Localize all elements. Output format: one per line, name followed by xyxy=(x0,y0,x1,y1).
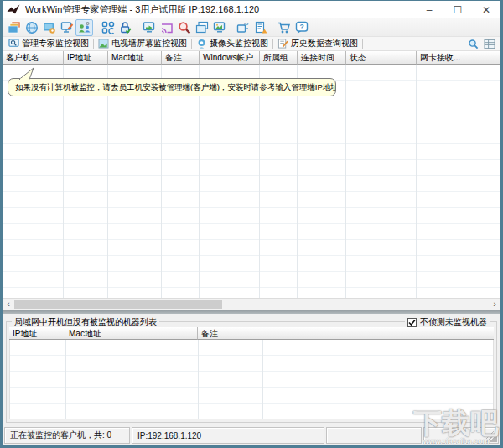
status-panel-empty xyxy=(326,427,422,444)
svg-text:?: ? xyxy=(299,22,303,30)
column-header-mac[interactable]: Mac地址 xyxy=(108,51,162,65)
cascade-windows-icon[interactable] xyxy=(5,19,23,36)
view-tab-bar: 管理专家监控视图 电视墙屏幕监控视图 摄像头监控视图 xyxy=(3,37,500,51)
unmonitored-machines-panel: 局域网中开机但没有被监视的机器列表 不侦测未监视机器 IP地址 Mac地址 备注 xyxy=(3,314,500,425)
toolbar-separator xyxy=(272,21,272,34)
groupbox-label: 局域网中开机但没有被监视的机器列表 xyxy=(12,316,159,328)
monitor-image-icon[interactable] xyxy=(210,19,228,36)
unmonitored-table-header: IP地址 Mac地址 备注 xyxy=(9,327,494,340)
checkbox-checked-icon[interactable] xyxy=(407,318,417,327)
tab-history-query-view[interactable]: 历史数据查询视图 xyxy=(273,37,362,50)
status-panel-grip xyxy=(423,427,499,444)
client-table-header: 客户机名 IP地址 Mac地址 备注 Windows帐户 所属组 连接时间 状态… xyxy=(3,51,500,65)
column-header-note[interactable]: 备注 xyxy=(162,51,200,65)
app-window: WorkWin管理专家管理端 - 3用户试用版 IP:192.168.1.120… xyxy=(0,0,503,448)
column-header-connect-time[interactable]: 连接时间 xyxy=(298,51,346,65)
column-header-group[interactable]: 所属组 xyxy=(260,51,298,65)
grid-view-icon[interactable] xyxy=(483,38,496,49)
tab-bar-actions xyxy=(466,38,496,49)
report-warning-icon[interactable] xyxy=(252,19,269,36)
toolbar-separator xyxy=(231,21,231,34)
windows-stack-icon[interactable] xyxy=(193,19,210,36)
tab-separator xyxy=(362,39,363,49)
close-button[interactable]: ✕ xyxy=(472,1,500,18)
help-icon[interactable]: ? xyxy=(293,19,310,36)
globe-icon[interactable] xyxy=(23,19,40,36)
tv-wall-icon xyxy=(98,39,109,49)
install-hint-tooltip: 如果没有计算机被监控，请去员工机安装被管理端(客户端)，安装时请参考输入管理端I… xyxy=(8,78,336,96)
monitor-share-icon[interactable] xyxy=(140,19,158,36)
shopping-cart-icon[interactable] xyxy=(275,19,293,36)
horizontal-scrollbar: ‹ › xyxy=(3,298,500,310)
maximize-button[interactable]: ☐ xyxy=(443,1,472,18)
resize-grip-icon[interactable] xyxy=(486,431,497,442)
client-table-body[interactable]: 如果没有计算机被监控，请去员工机安装被管理端(客户端)，安装时请参考输入管理端I… xyxy=(3,65,500,298)
toolbar-separator xyxy=(96,21,96,34)
scroll-left-arrow-icon[interactable]: ‹ xyxy=(3,299,14,310)
column-header-empty[interactable] xyxy=(262,327,494,340)
camera-icon xyxy=(196,39,207,49)
search-red-icon[interactable] xyxy=(175,19,193,36)
column-header-note[interactable]: 备注 xyxy=(198,327,262,340)
tab-camera-view[interactable]: 摄像头监控视图 xyxy=(192,37,272,50)
settings-card-icon[interactable] xyxy=(40,19,58,36)
ip-address-icon[interactable]: IP xyxy=(234,19,252,36)
tooltip-tail xyxy=(16,67,38,80)
column-grid-lines xyxy=(3,65,500,298)
tab-tv-wall-view[interactable]: 电视墙屏幕监控视图 xyxy=(94,37,191,50)
status-server-ip: IP:192.168.1.120 xyxy=(132,427,324,444)
lock-check-icon[interactable] xyxy=(117,19,134,36)
minimize-button[interactable]: – xyxy=(415,1,443,18)
app-logo-icon xyxy=(7,4,20,16)
main-toolbar: IP ? xyxy=(3,18,500,37)
status-monitored-clients: 正在被监控的客户机，共: 0 xyxy=(4,427,130,444)
users-settings-icon[interactable] xyxy=(75,19,93,36)
column-header-client-name[interactable]: 客户机名 xyxy=(3,51,64,65)
monitor-edit-icon[interactable] xyxy=(58,19,75,36)
column-header-status[interactable]: 状态 xyxy=(346,51,417,65)
cast-screen-icon[interactable] xyxy=(158,19,175,36)
scrollbar-track[interactable] xyxy=(14,299,489,310)
no-detect-checkbox-row[interactable]: 不侦测未监视机器 xyxy=(405,316,490,328)
tab-expert-monitor-view[interactable]: 管理专家监控视图 xyxy=(4,37,93,50)
column-header-ip[interactable]: IP地址 xyxy=(9,327,65,340)
column-header-windows-account[interactable]: Windows帐户 xyxy=(200,51,260,65)
status-bar: 正在被监控的客户机，共: 0 IP:192.168.1.120 xyxy=(3,425,500,445)
unmonitored-table: IP地址 Mac地址 备注 xyxy=(9,327,494,419)
column-header-ip[interactable]: IP地址 xyxy=(64,51,108,65)
title-bar: WorkWin管理专家管理端 - 3用户试用版 IP:192.168.1.120… xyxy=(3,1,500,18)
blocks-icon[interactable] xyxy=(99,19,117,36)
search-icon[interactable] xyxy=(466,38,480,49)
column-grid-lines xyxy=(10,340,493,419)
checkbox-label: 不侦测未监视机器 xyxy=(420,316,487,328)
scrollbar-thumb[interactable] xyxy=(14,300,222,309)
document-edit-icon xyxy=(277,39,288,49)
toolbar-separator xyxy=(137,21,137,34)
window-title: WorkWin管理专家管理端 - 3用户试用版 IP:192.168.1.120 xyxy=(25,3,415,16)
column-header-nic-receive[interactable]: 网卡接收... xyxy=(417,51,500,65)
column-header-mac[interactable]: Mac地址 xyxy=(65,327,198,340)
unmonitored-groupbox: 局域网中开机但没有被监视的机器列表 不侦测未监视机器 IP地址 Mac地址 备注 xyxy=(6,321,497,423)
monitor-search-icon xyxy=(8,39,19,49)
unmonitored-table-body[interactable] xyxy=(9,340,494,419)
svg-text:IP: IP xyxy=(244,21,249,26)
scroll-right-arrow-icon[interactable]: › xyxy=(489,299,500,310)
